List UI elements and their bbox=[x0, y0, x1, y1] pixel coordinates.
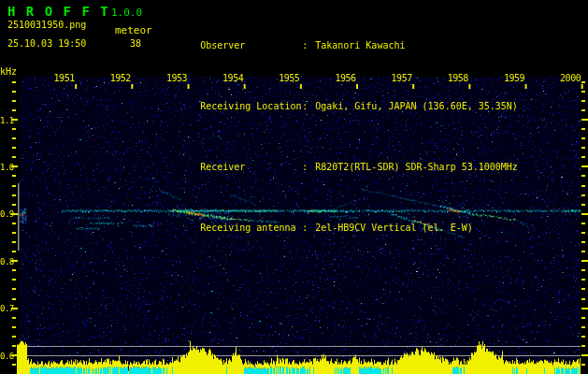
x-tick-label: 1953 bbox=[163, 73, 187, 83]
info-value: R820T2(RTL-SDR) SDR-Sharp 53.1000MHz bbox=[315, 162, 518, 172]
y-tick-label: 1.0 bbox=[0, 163, 13, 172]
x-tick-label: 1958 bbox=[444, 73, 468, 83]
y-axis-unit: kHz bbox=[0, 66, 17, 77]
y-tick-label: 0.6 bbox=[0, 352, 13, 361]
echo-count: 38 bbox=[124, 38, 141, 49]
observation-mode-label: meteor bbox=[115, 24, 152, 36]
info-colon: : bbox=[302, 223, 308, 233]
info-row-location: Receiving Location:Ogaki, Gifu, JAPAN (1… bbox=[166, 88, 518, 124]
info-row-observer: Observer:Takanori Kawachi bbox=[166, 27, 518, 64]
x-tick-label: 1951 bbox=[50, 73, 75, 83]
info-value: 2el-HB9CV Vertical (el. E-W) bbox=[315, 223, 473, 233]
info-value: Ogaki, Gifu, JAPAN (136.60E, 35.35N) bbox=[315, 101, 518, 111]
info-label: Receiver bbox=[200, 161, 302, 173]
hrofft-output: H R O F F T 1.0.0 2510031950.png meteor … bbox=[0, 0, 588, 374]
capture-datetime: 25.10.03 19:50 bbox=[7, 38, 86, 49]
info-row-antenna: Receiving antenna:2el-HB9CV Vertical (el… bbox=[166, 209, 518, 246]
info-colon: : bbox=[302, 40, 308, 50]
y-tick-label: 0.9 bbox=[0, 209, 13, 219]
info-value: Takanori Kawachi bbox=[315, 40, 405, 50]
y-tick-label: 1.1 bbox=[0, 116, 13, 125]
x-tick-label: 1957 bbox=[388, 73, 412, 83]
info-colon: : bbox=[302, 162, 308, 172]
x-tick-label: 1954 bbox=[219, 73, 243, 83]
x-tick-label: 1955 bbox=[275, 73, 299, 83]
x-tick-label: 1952 bbox=[107, 73, 131, 83]
x-tick-label: 1959 bbox=[500, 73, 524, 83]
y-tick-label: 0.8 bbox=[0, 257, 13, 266]
info-row-receiver: Receiver:R820T2(RTL-SDR) SDR-Sharp 53.10… bbox=[166, 149, 518, 185]
app-title: H R O F F T bbox=[7, 4, 109, 19]
info-colon: : bbox=[302, 101, 308, 111]
capture-filename: 2510031950.png bbox=[7, 20, 86, 30]
x-tick-label: 1956 bbox=[332, 73, 356, 83]
info-label: Observer bbox=[200, 39, 302, 51]
app-version: 1.0.0 bbox=[111, 7, 142, 19]
x-tick-label: 2000 bbox=[556, 73, 581, 83]
info-label: Receiving Location bbox=[200, 100, 302, 112]
y-tick-label: 0.7 bbox=[0, 304, 13, 313]
info-label: Receiving antenna bbox=[200, 222, 302, 234]
station-info: Observer:Takanori Kawachi Receiving Loca… bbox=[166, 3, 518, 270]
